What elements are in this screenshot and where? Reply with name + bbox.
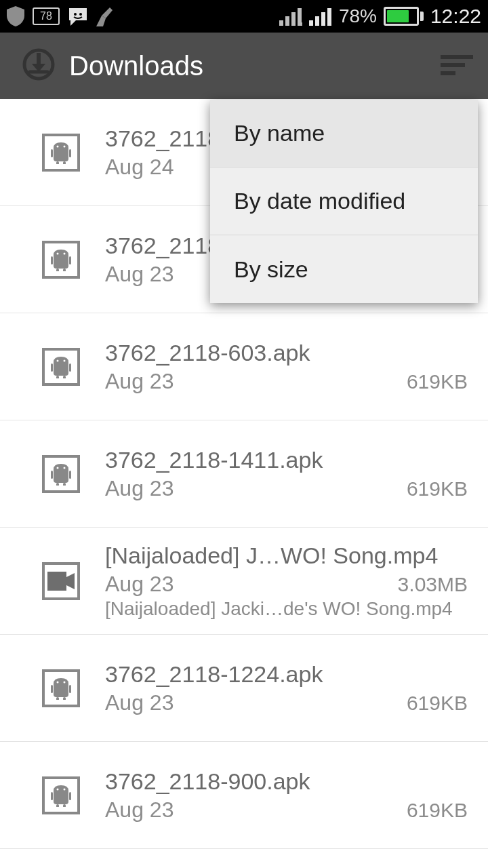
file-date: Aug 24 bbox=[105, 155, 174, 180]
svg-rect-12 bbox=[37, 53, 41, 65]
svg-point-52 bbox=[64, 788, 66, 790]
svg-rect-3 bbox=[285, 16, 289, 26]
battery-percent-text: 78% bbox=[339, 5, 377, 27]
video-icon bbox=[42, 562, 80, 600]
android-icon bbox=[42, 669, 80, 707]
shield-icon bbox=[7, 6, 24, 26]
clock-text: 12:22 bbox=[430, 5, 481, 28]
menu-item-label: By size bbox=[234, 256, 308, 283]
svg-point-38 bbox=[57, 467, 59, 469]
svg-rect-34 bbox=[51, 471, 53, 479]
file-name: [Naijaloaded] J…WO! Song.mp4 bbox=[105, 542, 468, 569]
battery-level-box: 78 bbox=[33, 7, 60, 25]
svg-rect-8 bbox=[315, 16, 319, 26]
file-fullname: [Naijaloaded] Jacki…de's WO! Song.mp4 bbox=[105, 598, 468, 620]
file-size: 3.03MB bbox=[398, 573, 468, 596]
svg-point-1 bbox=[79, 13, 82, 16]
svg-rect-36 bbox=[56, 483, 59, 486]
svg-rect-7 bbox=[309, 20, 313, 26]
page-title: Downloads bbox=[69, 51, 203, 81]
android-icon bbox=[42, 776, 80, 814]
svg-point-45 bbox=[57, 681, 59, 683]
svg-rect-24 bbox=[56, 269, 59, 271]
svg-rect-47 bbox=[51, 792, 53, 800]
svg-rect-25 bbox=[63, 269, 66, 271]
svg-point-26 bbox=[57, 252, 59, 254]
svg-rect-48 bbox=[69, 792, 71, 800]
svg-rect-37 bbox=[63, 483, 66, 486]
svg-rect-44 bbox=[63, 697, 66, 700]
app-bar: Downloads bbox=[0, 33, 488, 99]
svg-rect-18 bbox=[56, 161, 59, 164]
svg-rect-16 bbox=[51, 149, 53, 157]
file-name: 3762_2118-900.apk bbox=[105, 768, 468, 795]
svg-rect-13 bbox=[441, 55, 473, 59]
file-date: Aug 23 bbox=[105, 262, 174, 287]
svg-rect-43 bbox=[56, 697, 59, 700]
svg-rect-40 bbox=[47, 572, 66, 591]
file-size: 619KB bbox=[407, 477, 468, 500]
svg-point-21 bbox=[64, 145, 66, 147]
sort-by-name[interactable]: By name bbox=[210, 100, 478, 167]
svg-point-33 bbox=[64, 359, 66, 361]
svg-rect-41 bbox=[51, 685, 53, 693]
android-icon bbox=[42, 241, 80, 279]
svg-rect-28 bbox=[51, 363, 53, 372]
svg-rect-4 bbox=[291, 12, 296, 26]
svg-rect-29 bbox=[69, 363, 71, 372]
file-name: 3762_2118-603.apk bbox=[105, 340, 468, 366]
sort-button[interactable] bbox=[438, 51, 476, 81]
file-name: 3762_2118-1411.apk bbox=[105, 447, 468, 473]
svg-rect-30 bbox=[56, 376, 59, 378]
svg-point-39 bbox=[64, 467, 66, 469]
list-item[interactable]: [Naijaloaded] J…WO! Song.mp4 Aug 23 3.03… bbox=[0, 528, 488, 635]
sort-menu: By name By date modified By size bbox=[210, 100, 478, 303]
android-icon bbox=[42, 455, 80, 493]
file-date: Aug 23 bbox=[105, 369, 174, 394]
svg-rect-31 bbox=[63, 376, 66, 378]
svg-rect-19 bbox=[63, 161, 66, 164]
file-size: 619KB bbox=[407, 370, 468, 393]
svg-rect-49 bbox=[56, 804, 59, 807]
list-item[interactable]: 3762_2118-1224.apk Aug 23 619KB bbox=[0, 635, 488, 742]
file-date: Aug 23 bbox=[105, 476, 174, 501]
sort-by-date-modified[interactable]: By date modified bbox=[210, 167, 478, 235]
file-date: Aug 23 bbox=[105, 690, 174, 715]
svg-point-32 bbox=[57, 359, 59, 361]
svg-point-0 bbox=[74, 13, 77, 16]
svg-rect-22 bbox=[51, 256, 53, 264]
file-name: 3762_2118-1224.apk bbox=[105, 661, 468, 688]
sort-by-size[interactable]: By size bbox=[210, 235, 478, 303]
file-size: 619KB bbox=[407, 799, 468, 822]
list-item[interactable]: 3762_2118-1411.apk Aug 23 619KB bbox=[0, 420, 488, 528]
svg-rect-23 bbox=[69, 256, 71, 264]
svg-point-51 bbox=[57, 788, 59, 790]
svg-rect-17 bbox=[69, 149, 71, 157]
file-date: Aug 23 bbox=[105, 797, 174, 823]
svg-rect-14 bbox=[441, 63, 465, 67]
svg-rect-35 bbox=[69, 471, 71, 479]
list-item[interactable]: 3762_2118-603.apk Aug 23 619KB bbox=[0, 313, 488, 420]
signal-full-icon bbox=[309, 7, 332, 26]
list-item[interactable]: 3762_2118-900.apk Aug 23 619KB bbox=[0, 742, 488, 849]
svg-point-46 bbox=[64, 681, 66, 683]
svg-point-27 bbox=[64, 252, 66, 254]
menu-item-label: By name bbox=[234, 120, 325, 146]
svg-point-20 bbox=[57, 145, 59, 147]
status-bar: 78 bbox=[0, 0, 488, 33]
android-icon bbox=[42, 134, 80, 172]
file-size: 619KB bbox=[407, 692, 468, 715]
battery-level-label: 78 bbox=[40, 10, 52, 22]
chat-icon bbox=[68, 7, 88, 26]
battery-icon bbox=[384, 7, 424, 26]
svg-rect-50 bbox=[63, 804, 66, 807]
downloads-icon bbox=[22, 47, 56, 84]
svg-rect-42 bbox=[69, 685, 71, 693]
svg-rect-2 bbox=[279, 20, 283, 26]
menu-item-label: By date modified bbox=[234, 188, 405, 214]
svg-rect-15 bbox=[441, 71, 455, 75]
svg-rect-9 bbox=[321, 12, 325, 26]
broom-icon bbox=[96, 6, 115, 26]
signal-weak-icon bbox=[279, 7, 302, 26]
android-icon bbox=[42, 348, 80, 386]
